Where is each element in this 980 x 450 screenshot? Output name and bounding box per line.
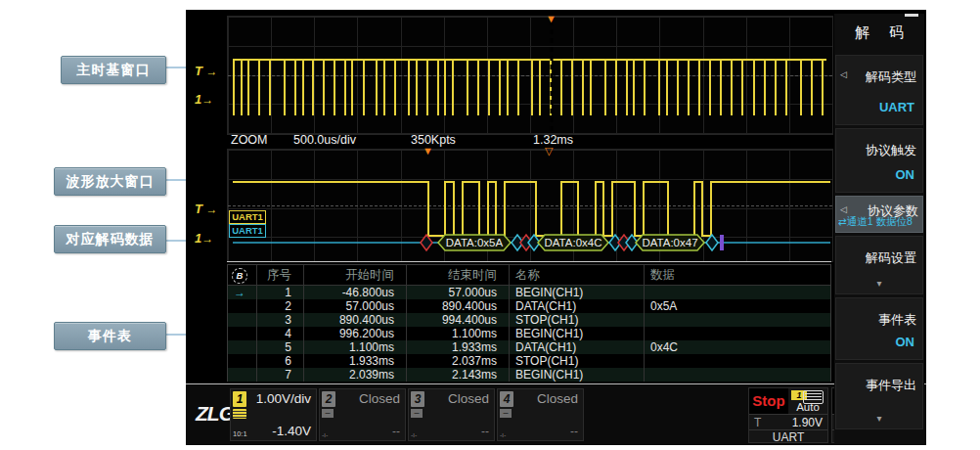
run-state-indicator[interactable]: Stop bbox=[749, 388, 788, 414]
minus-icon: – bbox=[411, 409, 423, 418]
minus-icon: – bbox=[500, 409, 512, 418]
event-table-row[interactable]: 61.933ms2.037msSTOP(CH1) bbox=[228, 354, 830, 368]
callout-label: 主时基窗口 bbox=[61, 56, 166, 84]
event-table-cell: STOP(CH1) bbox=[510, 354, 645, 368]
svg-text:DATA:0x5A: DATA:0x5A bbox=[446, 237, 504, 248]
channel1-marker-zoom: 1→ bbox=[195, 231, 213, 246]
menu-item-3[interactable]: ◁协议参数⇄通道1 数据位8 bbox=[835, 196, 923, 233]
event-table-column-header: 名称 bbox=[510, 265, 645, 285]
decode-menu-panel: 解 码 ◁解码类型UART协议触发ON◁协议参数⇄通道1 数据位8解码设置▾事件… bbox=[834, 14, 924, 444]
event-table-row[interactable]: 51.100ms1.933msDATA(CH1)0x4C bbox=[228, 340, 830, 354]
menu-item-label: 解码类型 bbox=[866, 68, 916, 86]
dc-coupling-icon bbox=[233, 409, 246, 419]
channel-4-panel[interactable]: 4 – -ι- Closed -- bbox=[497, 388, 584, 441]
menu-item-value: UART bbox=[879, 100, 914, 114]
menu-item-label: 解码设置 bbox=[866, 249, 916, 267]
trigger-position-icon: ▼ bbox=[546, 14, 557, 23]
channel-status: Closed bbox=[448, 391, 489, 406]
menu-item-value: ON bbox=[896, 167, 915, 182]
menu-item-5[interactable]: 事件表ON bbox=[835, 297, 923, 360]
channel-3-panel[interactable]: 3 – -ι- Closed -- bbox=[408, 388, 495, 441]
event-table-cell bbox=[645, 354, 830, 368]
decode-end-marker bbox=[720, 235, 724, 250]
coupling-indicator: -ι- bbox=[500, 431, 506, 438]
channel-status: Closed bbox=[537, 391, 578, 406]
event-table-cell: BEGIN(CH1) bbox=[510, 368, 645, 382]
event-table-column-header: 序号 bbox=[257, 265, 304, 285]
channel-status: Closed bbox=[359, 391, 400, 406]
channel-number-badge: 3 bbox=[411, 391, 424, 407]
zoom-waveform-and-decode: DATA:0x5ADATA:0x4CDATA:0x47 bbox=[228, 150, 832, 261]
channel-offset: -1.40V bbox=[272, 424, 311, 438]
zoom-title: ZOOM bbox=[231, 133, 268, 147]
menu-item-6[interactable]: 事件导出▾ bbox=[835, 363, 923, 429]
channel-2-panel[interactable]: 2 – -ι- Closed -- bbox=[319, 388, 406, 441]
event-table-row[interactable]: 72.039ms2.143msBEGIN(CH1) bbox=[228, 368, 830, 382]
trigger-status-panel[interactable]: Stop 1 Auto T 1.90V UART bbox=[748, 387, 828, 443]
channel-readouts: Closed -- bbox=[428, 391, 489, 438]
coupling-indicator: -ι- bbox=[411, 431, 417, 438]
probe-ratio: 10:1 bbox=[233, 429, 247, 438]
event-table-cell: 1.933ms bbox=[407, 340, 510, 354]
event-table-row[interactable]: →1-46.800us57.000usBEGIN(CH1) bbox=[228, 286, 830, 299]
event-table-cell bbox=[645, 327, 830, 340]
menu-minimize-dash-icon[interactable] bbox=[905, 14, 918, 17]
trigger-level-label: T bbox=[754, 416, 761, 429]
channel-strip: 1 10:1 bbox=[233, 391, 248, 438]
main-timebase-window: ▼ bbox=[227, 16, 833, 135]
uart-source-badge: UART1 bbox=[229, 210, 266, 224]
uart-decode-badge: UART1 bbox=[229, 224, 266, 238]
event-table-cell: 0x5A bbox=[645, 299, 830, 313]
event-table-cell: 4 bbox=[257, 327, 304, 340]
menu-item-subtitle: ⇄通道1 数据位8 bbox=[838, 215, 922, 229]
event-table-cell: 0x4C bbox=[645, 340, 830, 354]
event-table-cell: DATA(CH1) bbox=[510, 299, 645, 313]
event-table-cell: 890.400us bbox=[407, 299, 510, 313]
event-table-column-header: 结束时间 bbox=[407, 265, 510, 285]
callout-label: 波形放大窗口 bbox=[54, 167, 166, 196]
menu-item-2[interactable]: 协议触发ON bbox=[835, 128, 923, 193]
event-table-cell: 1.100ms bbox=[304, 340, 407, 354]
decode-data-bubble: DATA:0x47 bbox=[636, 235, 704, 250]
channel-strip: 4 – -ι- bbox=[500, 391, 515, 438]
event-table-cell: -46.800us bbox=[304, 286, 407, 299]
channel-panels: 1 10:1 1.00V/div -1.40V 2 – -ι- Closed -… bbox=[230, 388, 584, 441]
event-table-cell: 57.000us bbox=[407, 286, 510, 299]
event-table-cell: 1.933ms bbox=[304, 354, 407, 368]
menu-item-1[interactable]: ◁解码类型UART bbox=[835, 55, 923, 125]
event-table[interactable]: B序号开始时间结束时间名称数据→1-46.800us57.000usBEGIN(… bbox=[227, 264, 831, 382]
event-table-row[interactable]: 4996.200us1.100msBEGIN(CH1) bbox=[228, 327, 830, 340]
volts-per-div: 1.00V/div bbox=[256, 391, 311, 406]
zoom-status-bar: ZOOM 500.0us/div 350Kpts 1.32ms bbox=[227, 133, 831, 148]
channel-offset: -- bbox=[570, 425, 578, 438]
trigger-sweep-mode: Auto bbox=[788, 401, 827, 413]
event-table-cell: 2.037ms bbox=[407, 354, 510, 368]
event-table-header: B序号开始时间结束时间名称数据 bbox=[228, 265, 830, 286]
menu-title: 解 码 bbox=[834, 23, 924, 42]
trigger-type: UART bbox=[749, 429, 827, 444]
waveform-zoom-window: DATA:0x5ADATA:0x4CDATA:0x47 ▼ ▽ bbox=[227, 149, 833, 262]
menu-item-4[interactable]: 解码设置▾ bbox=[835, 236, 923, 294]
bus-b-icon: B bbox=[232, 268, 247, 284]
event-table-row[interactable]: 257.000us890.400usDATA(CH1)0x5A bbox=[228, 299, 830, 313]
decode-data-bubble: DATA:0x5A bbox=[438, 235, 511, 250]
channel-1-panel[interactable]: 1 10:1 1.00V/div -1.40V bbox=[230, 388, 317, 441]
event-table-cell: 3 bbox=[257, 313, 304, 327]
main-waveform bbox=[228, 17, 832, 134]
channel-number-badge: 1 bbox=[233, 391, 246, 407]
channel-readouts: 1.00V/div -1.40V bbox=[250, 391, 311, 438]
submenu-left-arrow-icon: ◁ bbox=[840, 69, 847, 79]
trigger-level-value: 1.90V bbox=[792, 416, 823, 429]
current-event-arrow-icon: → bbox=[228, 286, 245, 299]
submenu-left-arrow-icon: ◁ bbox=[840, 204, 847, 214]
channel-number-badge: 4 bbox=[500, 391, 513, 407]
event-table-cell: 2 bbox=[257, 299, 304, 313]
decode-idle-diamond bbox=[706, 235, 718, 250]
event-table-row[interactable]: 3890.400us994.400usSTOP(CH1) bbox=[228, 313, 830, 327]
zoom-timebase: 500.0us/div bbox=[293, 133, 356, 147]
decode-data-bubble: DATA:0x4C bbox=[538, 235, 608, 250]
event-table-cell: 1 bbox=[257, 286, 304, 299]
trigger-level-marker-zoom: T → bbox=[195, 202, 218, 216]
menu-item-value: ON bbox=[896, 335, 915, 349]
event-table-cell: 890.400us bbox=[304, 313, 407, 327]
